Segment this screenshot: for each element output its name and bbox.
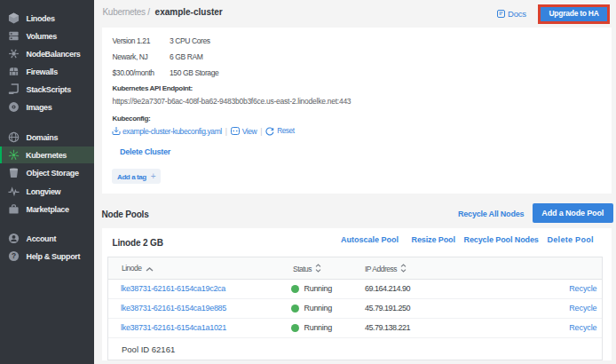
- svg-text:?: ?: [12, 251, 16, 260]
